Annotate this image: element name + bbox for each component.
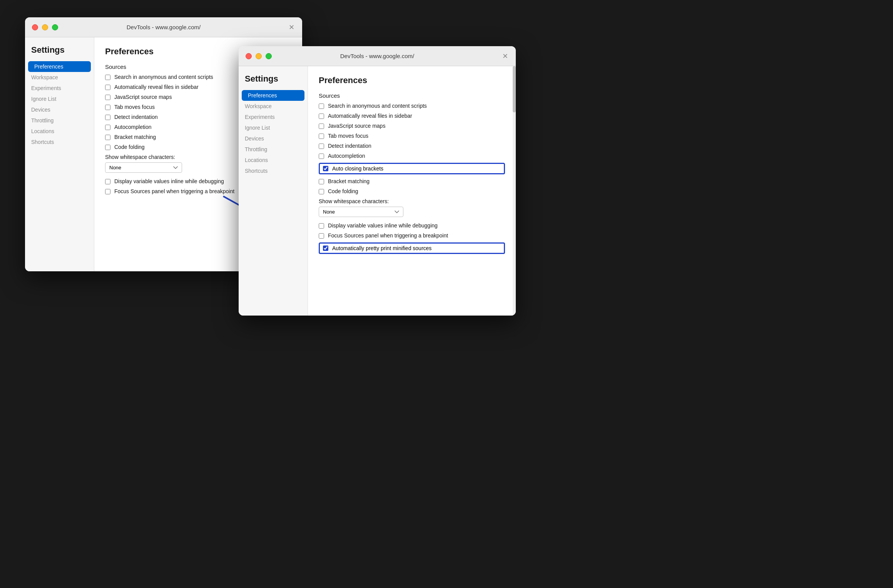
sidebar-item-shortcuts-1[interactable]: Shortcuts [25,137,94,147]
cb-bracket-1[interactable] [105,135,110,140]
close-button-1[interactable] [32,24,38,30]
titlebar-title-1: DevTools - www.google.com/ [127,24,201,30]
cb-prettyprint-2[interactable] [323,246,328,251]
cb-auto-2[interactable] [319,154,324,159]
sidebar-item-experiments-1[interactable]: Experiments [25,83,94,94]
cb-anonymous-1[interactable] [105,75,110,80]
cb-jsmaps-1[interactable] [105,95,110,100]
cb-tabfocus-1[interactable] [105,105,110,110]
sidebar-item-locations-2[interactable]: Locations [239,155,308,165]
titlebar-title-2: DevTools - www.google.com/ [340,53,415,59]
cb-tabfocus-2[interactable] [319,134,324,139]
sidebar-item-devices-1[interactable]: Devices [25,104,94,115]
sidebar-heading-1: Settings [25,45,94,61]
cb-anonymous-2[interactable] [319,104,324,109]
cb-inline-2[interactable] [319,223,324,229]
content-title-2: Preferences [319,75,505,85]
checkbox-row: JavaScript source maps [319,123,505,129]
cb-auto-1[interactable] [105,125,110,130]
cb-indent-label-2: Detect indentation [328,143,371,149]
cb-indent-label-1: Detect indentation [114,114,158,120]
cb-fold-label-1: Code folding [114,144,145,150]
cb-inline-1[interactable] [105,179,110,184]
traffic-lights-1 [32,24,58,30]
cb-reveal-1[interactable] [105,85,110,90]
devtools-window-2: DevTools - www.google.com/ ✕ Settings Pr… [239,46,516,316]
sidebar-item-experiments-2[interactable]: Experiments [239,112,308,122]
cb-focus-label-1: Focus Sources panel when triggering a br… [114,188,234,194]
cb-indent-1[interactable] [105,115,110,120]
cb-auto-label-2: Autocompletion [328,153,365,159]
cb-fold-2[interactable] [319,189,324,194]
cb-bracket-label-1: Bracket matching [114,134,156,140]
traffic-lights-2 [246,53,272,59]
whitespace-select-2[interactable]: None All Trailing [319,207,403,217]
checkbox-row: Display variable values inline while deb… [319,222,505,229]
whitespace-row-2: Show whitespace characters: None All Tra… [319,198,505,217]
cb-indent-2[interactable] [319,144,324,149]
checkbox-row: Detect indentation [319,143,505,149]
titlebar-1: DevTools - www.google.com/ ✕ [25,17,302,37]
cb-reveal-label-1: Automatically reveal files in sidebar [114,84,199,90]
sidebar-item-shortcuts-2[interactable]: Shortcuts [239,165,308,176]
checkbox-row: Bracket matching [319,178,505,184]
sidebar-item-workspace-2[interactable]: Workspace [239,101,308,112]
scrollbar-thumb[interactable] [513,66,516,112]
cb-prettyprint-label-2: Automatically pretty print minified sour… [332,245,431,251]
cb-autoclosing-2[interactable] [323,166,328,171]
auto-closing-brackets-row: Auto closing brackets [319,163,505,174]
cb-jsmaps-label-1: JavaScript source maps [114,94,172,100]
cb-anonymous-label-1: Search in anonymous and content scripts [114,74,213,80]
cb-reveal-2[interactable] [319,114,324,119]
sidebar-item-preferences-1[interactable]: Preferences [28,61,91,72]
cb-tabfocus-label-1: Tab moves focus [114,104,155,110]
maximize-button-1[interactable] [52,24,58,30]
checkbox-row: Code folding [319,188,505,194]
checkbox-row: Autocompletion [319,153,505,159]
devtools-close-1[interactable]: ✕ [288,23,295,31]
cb-jsmaps-label-2: JavaScript source maps [328,123,385,129]
settings-content-2: Preferences Sources Search in anonymous … [308,66,516,316]
checkbox-row: Focus Sources panel when triggering a br… [319,232,505,239]
checkbox-row: Automatically reveal files in sidebar [319,113,505,119]
sidebar-item-preferences-2[interactable]: Preferences [242,90,304,101]
cb-inline-label-2: Display variable values inline while deb… [328,222,438,229]
cb-tabfocus-label-2: Tab moves focus [328,133,368,139]
cb-focus-1[interactable] [105,189,110,194]
sidebar-1: Settings Preferences Workspace Experimen… [25,37,94,271]
devtools-close-2[interactable]: ✕ [501,52,509,60]
cb-focus-label-2: Focus Sources panel when triggering a br… [328,232,448,239]
minimize-button-1[interactable] [42,24,48,30]
sidebar-item-workspace-1[interactable]: Workspace [25,72,94,83]
checkbox-row: Search in anonymous and content scripts [319,103,505,109]
cb-fold-label-2: Code folding [328,188,358,194]
maximize-button-2[interactable] [266,53,272,59]
sidebar-item-throttling-1[interactable]: Throttling [25,115,94,126]
scrollbar-track [513,66,516,316]
pretty-print-row: Automatically pretty print minified sour… [319,242,505,254]
cb-focus-2[interactable] [319,233,324,239]
checkbox-row: Tab moves focus [319,133,505,139]
sidebar-item-throttling-2[interactable]: Throttling [239,144,308,155]
cb-fold-1[interactable] [105,145,110,150]
close-button-2[interactable] [246,53,252,59]
cb-bracket-label-2: Bracket matching [328,178,370,184]
cb-autoclosing-label-2: Auto closing brackets [332,165,383,172]
whitespace-select-1[interactable]: None All Trailing [105,162,182,173]
cb-jsmaps-2[interactable] [319,124,324,129]
cb-anonymous-label-2: Search in anonymous and content scripts [328,103,427,109]
minimize-button-2[interactable] [256,53,262,59]
cb-bracket-2[interactable] [319,179,324,184]
titlebar-2: DevTools - www.google.com/ ✕ [239,46,516,66]
sidebar-heading-2: Settings [239,74,308,90]
sidebar-item-ignorelist-2[interactable]: Ignore List [239,122,308,133]
sidebar-item-devices-2[interactable]: Devices [239,133,308,144]
cb-inline-label-1: Display variable values inline while deb… [114,178,224,184]
cb-auto-label-1: Autocompletion [114,124,152,130]
sidebar-2: Settings Preferences Workspace Experimen… [239,66,308,316]
section-title-2: Sources [319,92,505,99]
sidebar-item-locations-1[interactable]: Locations [25,126,94,137]
settings-body-2: Settings Preferences Workspace Experimen… [239,66,516,316]
sidebar-item-ignorelist-1[interactable]: Ignore List [25,94,94,104]
cb-reveal-label-2: Automatically reveal files in sidebar [328,113,412,119]
